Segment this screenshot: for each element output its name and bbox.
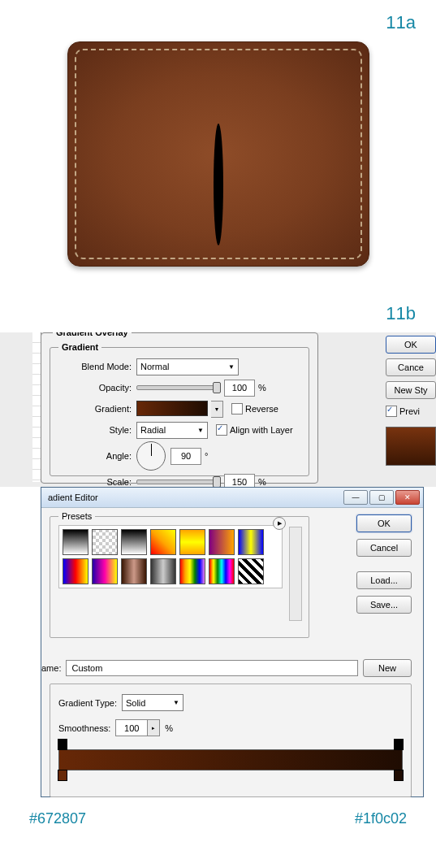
slider-thumb[interactable]: [213, 476, 221, 487]
preset-swatch[interactable]: [179, 529, 205, 555]
angle-input[interactable]: [171, 448, 201, 465]
blend-mode-label: Blend Mode:: [50, 362, 136, 371]
gradient-type-value: Solid: [126, 698, 145, 708]
style-label: Style:: [50, 425, 136, 435]
color-left-label: #672807: [29, 810, 86, 827]
editor-cancel-button[interactable]: Cancel: [356, 539, 412, 557]
blend-mode-select[interactable]: Normal ▼: [136, 358, 239, 375]
layer-style-side-buttons: OK Cance New Sty Previ: [386, 336, 436, 466]
step-label-a: 11a: [0, 0, 436, 41]
opacity-label: Opacity:: [50, 383, 136, 393]
leather-preview-container: [0, 41, 436, 267]
opacity-stop-right[interactable]: [394, 739, 404, 750]
opacity-unit: %: [258, 383, 266, 393]
presets-menu-icon[interactable]: ▶: [273, 517, 286, 530]
gradient-editor-title: adient Editor: [48, 493, 343, 502]
minimize-button[interactable]: —: [343, 490, 368, 505]
scale-label: Scale:: [50, 477, 136, 487]
chevron-down-icon: ▼: [197, 427, 204, 434]
presets-group: Presets ▶: [50, 516, 309, 638]
gradient-bar[interactable]: [58, 749, 403, 770]
slider-thumb[interactable]: [213, 382, 221, 393]
reverse-label: Reverse: [245, 404, 278, 414]
presets-title: Presets: [58, 511, 95, 521]
align-checkbox[interactable]: [216, 424, 227, 436]
chevron-right-icon[interactable]: ▸: [148, 719, 160, 736]
editor-new-button[interactable]: New: [363, 659, 412, 677]
angle-label: Angle:: [50, 451, 136, 461]
gradient-group-title: Gradient: [58, 342, 101, 352]
preview-label: Previ: [399, 406, 420, 416]
editor-load-button[interactable]: Load...: [356, 571, 412, 589]
preset-swatch[interactable]: [209, 558, 235, 584]
gradient-overlay-group: Gradient Overlay Gradient Blend Mode: No…: [41, 332, 318, 484]
step-label-b: 11b: [0, 291, 436, 332]
gradient-preview-swatch[interactable]: [136, 401, 208, 416]
leather-preview: [67, 41, 369, 267]
ok-button[interactable]: OK: [386, 336, 436, 354]
preset-swatch[interactable]: [150, 529, 176, 555]
new-style-button[interactable]: New Sty: [386, 381, 436, 399]
color-right-label: #1f0c02: [355, 810, 407, 827]
gradient-type-label: Gradient Type:: [58, 698, 117, 708]
preset-swatch[interactable]: [179, 558, 205, 584]
blend-mode-value: Normal: [140, 362, 169, 371]
editor-save-button[interactable]: Save...: [356, 596, 412, 614]
smoothness-label: Smoothness:: [58, 723, 110, 733]
preset-swatch[interactable]: [150, 558, 176, 584]
preset-grid: [58, 525, 283, 588]
close-button[interactable]: ✕: [395, 490, 420, 505]
scale-unit: %: [258, 477, 266, 487]
layer-style-panel: Gradient Overlay Gradient Blend Mode: No…: [0, 332, 436, 487]
style-value: Radial: [140, 425, 166, 435]
maximize-button[interactable]: ▢: [369, 490, 394, 505]
align-label: Align with Layer: [230, 425, 293, 435]
color-stop-left[interactable]: [58, 770, 67, 781]
gradient-dropdown-arrow[interactable]: ▼: [211, 401, 223, 418]
preview-checkbox[interactable]: [386, 406, 397, 417]
preset-swatch[interactable]: [63, 558, 88, 584]
angle-dial[interactable]: [136, 441, 166, 471]
opacity-slider[interactable]: [136, 385, 219, 390]
gradient-type-group: Gradient Type: Solid ▼ Smoothness: ▸ %: [50, 684, 412, 797]
chevron-down-icon: ▼: [228, 363, 235, 371]
reverse-checkbox[interactable]: [231, 403, 243, 414]
preset-swatch[interactable]: [121, 558, 147, 584]
preset-swatch[interactable]: [92, 529, 118, 555]
chevron-down-icon: ▼: [173, 699, 179, 706]
scale-input[interactable]: [224, 474, 255, 488]
preset-swatch[interactable]: [209, 529, 235, 555]
color-stop-right[interactable]: [394, 770, 404, 781]
gradient-overlay-title: Gradient Overlay: [53, 332, 132, 337]
scale-slider[interactable]: [136, 480, 219, 484]
smoothness-input[interactable]: [115, 719, 148, 736]
editor-ok-button[interactable]: OK: [356, 514, 412, 532]
opacity-stop-left[interactable]: [58, 739, 67, 750]
smoothness-stepper[interactable]: ▸: [115, 719, 160, 736]
name-input[interactable]: Custom: [66, 660, 358, 676]
gradient-editor-titlebar[interactable]: adient Editor — ▢ ✕: [41, 488, 423, 508]
opacity-input[interactable]: [224, 380, 255, 397]
smoothness-unit: %: [165, 723, 173, 733]
preset-swatch[interactable]: [121, 529, 147, 555]
gradient-type-select[interactable]: Solid ▼: [122, 694, 183, 711]
cancel-button[interactable]: Cance: [386, 358, 436, 376]
preset-swatch[interactable]: [92, 558, 118, 584]
angle-unit: °: [205, 451, 208, 461]
preset-swatch[interactable]: [63, 529, 88, 555]
preset-swatch[interactable]: [238, 558, 264, 584]
preset-scrollbar[interactable]: [289, 527, 302, 621]
preset-swatch[interactable]: [238, 529, 264, 555]
name-label: ame:: [41, 663, 61, 673]
style-select[interactable]: Radial ▼: [136, 422, 208, 439]
gradient-group: Gradient Blend Mode: Normal ▼ Opacity: %: [50, 347, 309, 476]
gradient-editor-window: adient Editor — ▢ ✕ Presets ▶: [41, 487, 424, 797]
gradient-label: Gradient:: [50, 404, 136, 414]
preview-thumbnail: [386, 427, 436, 466]
